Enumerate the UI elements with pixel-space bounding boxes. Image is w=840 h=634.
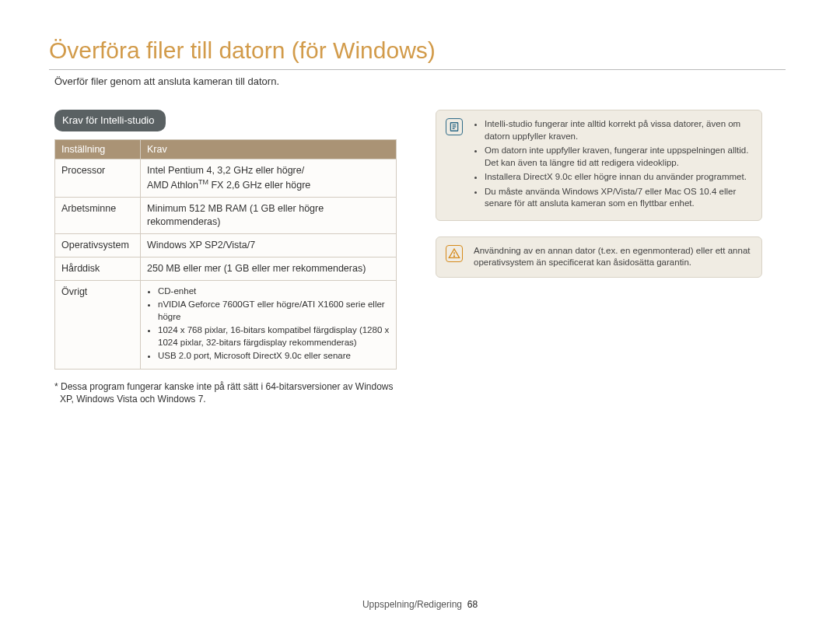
footer-section: Uppspelning/Redigering xyxy=(362,599,462,610)
right-column: Intelli-studio fungerar inte alltid korr… xyxy=(436,110,762,293)
warning-callout: Användning av en annan dator (t.ex. en e… xyxy=(436,236,762,278)
table-header-row: Inställning Krav xyxy=(55,139,397,159)
cell-label-processor: Processor xyxy=(55,159,141,198)
table-row: Hårddisk 250 MB eller mer (1 GB eller me… xyxy=(55,257,397,281)
requirements-table: Inställning Krav Processor Intel Pentium… xyxy=(54,139,397,370)
th-requirement: Krav xyxy=(141,139,397,159)
list-item: Du måste använda Windows XP/Vista/7 elle… xyxy=(485,186,752,210)
cell-label-memory: Arbetsminne xyxy=(55,198,141,234)
table-row: Arbetsminne Minimum 512 MB RAM (1 GB ell… xyxy=(55,198,397,234)
note-callout: Intelli-studio fungerar inte alltid korr… xyxy=(436,110,762,221)
cell-value-hdd: 250 MB eller mer (1 GB eller mer rekomme… xyxy=(141,257,397,281)
list-item: Installera DirectX 9.0c eller högre inna… xyxy=(485,171,752,184)
tm-mark: TM xyxy=(198,178,208,186)
footnote: * Dessa program fungerar kanske inte på … xyxy=(54,380,397,405)
cell-label-os: Operativsystem xyxy=(55,234,141,257)
svg-point-5 xyxy=(453,255,454,256)
note-list: Intelli-studio fungerar inte alltid korr… xyxy=(474,118,752,212)
list-item: nVIDIA Geforce 7600GT eller högre/ATI X1… xyxy=(158,299,390,323)
cell-value-other: CD-enhet nVIDIA Geforce 7600GT eller hög… xyxy=(141,280,397,369)
warning-icon xyxy=(446,245,463,262)
footer-page-number: 68 xyxy=(467,599,478,610)
content-columns: Krav för Intelli-studio Inställning Krav… xyxy=(54,110,786,405)
text: Intel Pentium 4, 3,2 GHz eller högre/ xyxy=(147,165,304,176)
cell-value-processor: Intel Pentium 4, 3,2 GHz eller högre/ AM… xyxy=(141,159,397,198)
page-title: Överföra filer till datorn (för Windows) xyxy=(49,35,786,70)
warning-text: Användning av en annan dator (t.ex. en e… xyxy=(474,245,752,269)
list-item: USB 2.0 port, Microsoft DirectX 9.0c ell… xyxy=(158,350,390,363)
section-heading: Krav för Intelli-studio xyxy=(54,110,166,131)
list-item: Intelli-studio fungerar inte alltid korr… xyxy=(485,118,752,142)
list-item: 1024 x 768 pixlar, 16-bitars kompatibel … xyxy=(158,324,390,349)
page-footer: Uppspelning/Redigering 68 xyxy=(0,598,840,611)
table-row: Processor Intel Pentium 4, 3,2 GHz eller… xyxy=(55,159,397,198)
note-icon xyxy=(446,118,463,135)
cell-label-other: Övrigt xyxy=(55,280,141,369)
text: FX 2,6 GHz eller högre xyxy=(208,180,310,191)
table-row: Operativsystem Windows XP SP2/Vista/7 xyxy=(55,234,397,257)
page-subtitle: Överför filer genom att ansluta kameran … xyxy=(54,75,786,89)
other-list: CD-enhet nVIDIA Geforce 7600GT eller hög… xyxy=(147,285,390,363)
list-item: CD-enhet xyxy=(158,285,390,298)
th-setting: Inställning xyxy=(55,139,141,159)
cell-value-memory: Minimum 512 MB RAM (1 GB eller högre rek… xyxy=(141,198,397,234)
table-row: Övrigt CD-enhet nVIDIA Geforce 7600GT el… xyxy=(55,280,397,369)
left-column: Krav för Intelli-studio Inställning Krav… xyxy=(54,110,397,405)
cell-label-hdd: Hårddisk xyxy=(55,257,141,281)
cell-value-os: Windows XP SP2/Vista/7 xyxy=(141,234,397,257)
text: AMD Athlon xyxy=(147,180,198,191)
list-item: Om datorn inte uppfyller kraven, fungera… xyxy=(485,145,752,169)
